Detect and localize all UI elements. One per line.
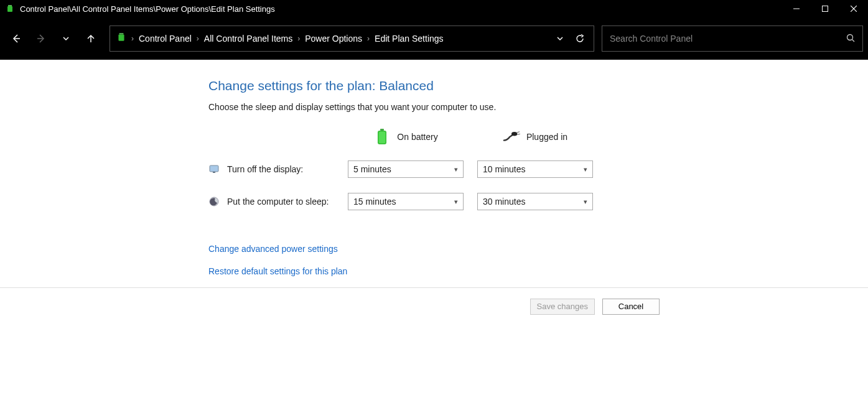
battery-icon (373, 128, 391, 146)
maximize-button[interactable] (811, 0, 839, 17)
chevron-down-icon: ▾ (454, 198, 458, 206)
breadcrumb-separator-icon: › (131, 34, 134, 43)
svg-rect-9 (119, 33, 124, 34)
svg-point-16 (511, 132, 517, 136)
svg-line-17 (516, 132, 520, 133)
main-content: Change settings for the plan: Balanced C… (0, 60, 868, 276)
display-icon (208, 164, 220, 175)
plug-icon (503, 128, 520, 146)
svg-line-12 (852, 39, 855, 42)
recent-locations-button[interactable] (55, 27, 77, 50)
page-title: Change settings for the plan: Balanced (208, 78, 868, 93)
svg-rect-3 (823, 6, 828, 12)
svg-rect-19 (210, 165, 218, 172)
svg-line-18 (517, 134, 520, 134)
address-bar[interactable]: › Control Panel › All Control Panel Item… (110, 26, 594, 52)
sleep-plugged-select[interactable]: 30 minutes ▾ (477, 193, 593, 210)
cancel-button[interactable]: Cancel (602, 299, 660, 315)
address-app-icon (116, 32, 126, 45)
save-button: Save changes (530, 299, 595, 315)
chevron-down-icon: ▾ (584, 165, 587, 174)
advanced-settings-link[interactable]: Change advanced power settings (208, 244, 868, 254)
title-bar: Control Panel\All Control Panel Items\Po… (0, 0, 868, 17)
display-battery-select[interactable]: 5 minutes ▾ (348, 160, 464, 178)
sleep-icon (208, 196, 220, 207)
svg-rect-10 (118, 34, 124, 40)
nav-bar: › Control Panel › All Control Panel Item… (0, 17, 868, 60)
row-label-sleep: Put the computer to sleep: (227, 197, 329, 207)
restore-defaults-link[interactable]: Restore default settings for this plan (208, 266, 868, 276)
column-header-plugged: Plugged in (526, 132, 567, 142)
breadcrumb-control-panel[interactable]: Control Panel (139, 34, 192, 44)
sleep-plugged-value: 30 minutes (483, 197, 525, 207)
row-label-display: Turn off the display: (227, 164, 303, 174)
sleep-battery-select[interactable]: 15 minutes ▾ (348, 193, 464, 210)
search-input[interactable] (610, 34, 846, 44)
close-button[interactable] (839, 0, 868, 17)
svg-rect-15 (379, 132, 386, 144)
refresh-button[interactable] (572, 34, 587, 43)
svg-point-11 (847, 34, 853, 40)
breadcrumb-edit-plan[interactable]: Edit Plan Settings (375, 34, 444, 44)
address-dropdown-button[interactable] (553, 35, 567, 42)
button-bar: Save changes Cancel (0, 287, 868, 325)
svg-rect-0 (8, 5, 12, 6)
window-title: Control Panel\All Control Panel Items\Po… (20, 4, 782, 14)
sleep-battery-value: 15 minutes (353, 197, 396, 207)
search-icon (846, 34, 855, 44)
breadcrumb-all-items[interactable]: All Control Panel Items (204, 34, 292, 44)
svg-rect-20 (213, 172, 215, 173)
search-box[interactable] (602, 26, 863, 52)
breadcrumb-separator-icon: › (297, 34, 300, 43)
display-plugged-value: 10 minutes (483, 164, 525, 174)
chevron-down-icon: ▾ (454, 165, 458, 174)
forward-button[interactable] (30, 27, 52, 50)
column-header-battery: On battery (397, 132, 437, 142)
breadcrumb-power-options[interactable]: Power Options (305, 34, 362, 44)
display-plugged-select[interactable]: 10 minutes ▾ (477, 160, 593, 178)
page-subtitle: Choose the sleep and display settings th… (208, 102, 868, 112)
chevron-down-icon: ▾ (584, 198, 587, 206)
svg-rect-13 (380, 129, 384, 131)
breadcrumb-separator-icon: › (197, 34, 199, 43)
breadcrumb-separator-icon: › (367, 34, 370, 43)
display-battery-value: 5 minutes (353, 164, 391, 174)
svg-rect-1 (7, 6, 12, 12)
back-button[interactable] (5, 27, 27, 50)
up-button[interactable] (80, 27, 102, 50)
app-icon (5, 4, 15, 14)
minimize-button[interactable] (782, 0, 811, 17)
